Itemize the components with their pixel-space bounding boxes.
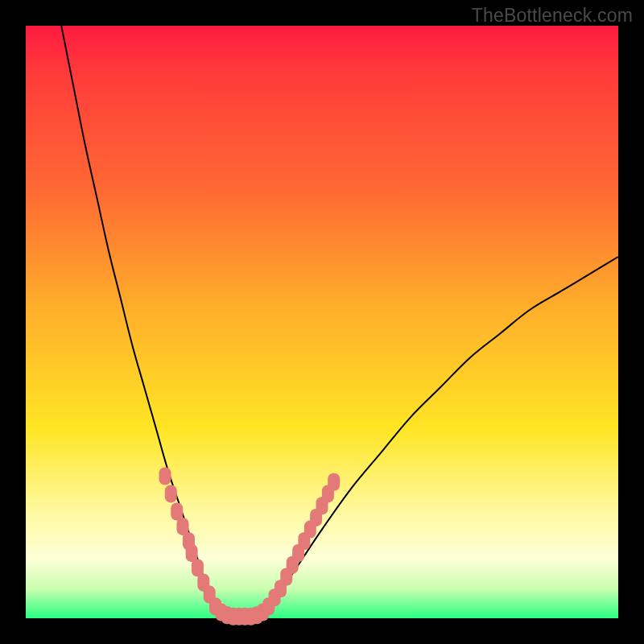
- watermark-text: TheBottleneck.com: [472, 5, 633, 27]
- marker-group: [159, 467, 341, 625]
- data-marker: [165, 485, 177, 502]
- bottleneck-curve-left: [61, 26, 227, 618]
- plot-area: [26, 26, 618, 618]
- chart-frame: TheBottleneck.com: [0, 0, 644, 644]
- bottleneck-curve-right: [227, 257, 618, 619]
- curve-svg: [26, 26, 618, 618]
- data-marker: [328, 473, 340, 491]
- data-marker: [159, 467, 171, 485]
